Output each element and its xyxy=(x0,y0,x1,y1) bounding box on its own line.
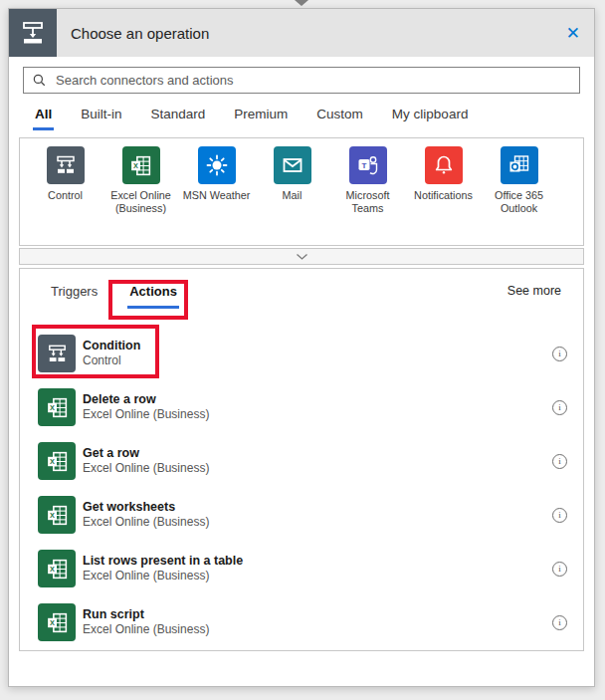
operation-subtitle: Excel Online (Business) xyxy=(83,461,209,476)
svg-text:X: X xyxy=(50,457,55,466)
operation-title: List rows present in a table xyxy=(83,554,243,569)
svg-text:T: T xyxy=(361,161,366,170)
see-more-link[interactable]: See more xyxy=(507,284,561,298)
control-connector-icon xyxy=(9,9,57,57)
connector-tile-control[interactable]: Control xyxy=(29,146,101,202)
excel-icon: X xyxy=(38,496,76,534)
connector-label: Microsoft Teams xyxy=(331,189,404,215)
operation-row-condition[interactable]: ConditionControli xyxy=(20,327,583,380)
operation-texts: Get worksheetsExcel Online (Business) xyxy=(83,500,209,530)
connector-label: Mail xyxy=(256,189,328,202)
flow-connector-arrow-icon xyxy=(295,0,308,6)
control-icon xyxy=(47,146,85,184)
connector-tile-notifications[interactable]: Notifications xyxy=(407,146,480,202)
weather-sun-icon xyxy=(198,146,236,184)
mail-envelope-icon xyxy=(274,146,311,184)
search-input[interactable] xyxy=(54,72,571,89)
connector-label: Notifications xyxy=(407,189,480,202)
tab-built-in[interactable]: Built-in xyxy=(81,107,121,130)
operation-subtitle: Excel Online (Business) xyxy=(83,515,209,530)
connector-label: Office 365 Outlook xyxy=(483,189,555,215)
category-tabs: AllBuilt-inStandardPremiumCustomMy clipb… xyxy=(35,107,594,130)
search-box[interactable] xyxy=(23,67,580,94)
excel-icon: X xyxy=(38,550,76,587)
operation-row-list-rows-present-in-a-table[interactable]: XList rows present in a tableExcel Onlin… xyxy=(20,542,583,595)
tab-standard[interactable]: Standard xyxy=(151,107,206,130)
choose-operation-dialog: Choose an operation AllBuilt-inStandardP… xyxy=(8,8,595,687)
teams-icon: T xyxy=(349,146,387,184)
tab-custom[interactable]: Custom xyxy=(316,107,363,130)
info-icon[interactable]: i xyxy=(552,562,567,577)
svg-text:X: X xyxy=(50,511,55,520)
tab-premium[interactable]: Premium xyxy=(234,107,288,130)
operation-subtitle: Excel Online (Business) xyxy=(83,407,209,422)
info-icon[interactable]: i xyxy=(552,454,567,469)
dialog-header: Choose an operation xyxy=(9,9,594,57)
results-panel: TriggersActions See more ConditionContro… xyxy=(19,268,584,651)
tab-all[interactable]: All xyxy=(35,107,52,130)
excel-icon: X xyxy=(38,603,76,641)
operation-list: ConditionControli XDelete a rowExcel Onl… xyxy=(20,327,583,649)
operation-texts: List rows present in a tableExcel Online… xyxy=(83,554,243,583)
close-icon[interactable] xyxy=(566,25,580,42)
tab-actions[interactable]: Actions xyxy=(125,284,181,309)
results-tabs: TriggersActions xyxy=(47,284,205,309)
results-header: TriggersActions See more xyxy=(20,269,583,309)
connector-label: Control xyxy=(29,189,101,202)
connector-label: MSN Weather xyxy=(180,189,253,202)
operation-texts: Get a rowExcel Online (Business) xyxy=(83,446,209,476)
connector-tile-office-365-outlook[interactable]: Office 365 Outlook xyxy=(483,146,555,215)
excel-icon: X xyxy=(38,442,76,480)
collapse-bar[interactable] xyxy=(19,248,584,265)
dialog-title: Choose an operation xyxy=(71,25,209,42)
chevron-down-icon xyxy=(296,253,308,261)
operation-row-get-worksheets[interactable]: XGet worksheetsExcel Online (Business)i xyxy=(20,488,583,542)
excel-icon: X xyxy=(38,388,76,426)
connector-tile-mail[interactable]: Mail xyxy=(256,146,328,202)
svg-text:X: X xyxy=(133,161,138,170)
info-icon[interactable]: i xyxy=(552,508,567,523)
svg-text:X: X xyxy=(50,403,55,412)
connector-tile-msn-weather[interactable]: MSN Weather xyxy=(180,146,253,202)
connector-tile-microsoft-teams[interactable]: TMicrosoft Teams xyxy=(331,146,404,215)
connector-tile-excel-online-business[interactable]: XExcel Online (Business) xyxy=(104,146,177,215)
connector-label: Excel Online (Business) xyxy=(104,189,177,215)
operation-subtitle: Excel Online (Business) xyxy=(83,622,209,637)
operation-title: Condition xyxy=(83,339,140,353)
svg-text:X: X xyxy=(50,618,55,627)
notification-bell-icon xyxy=(425,146,463,184)
operation-texts: Run scriptExcel Online (Business) xyxy=(83,607,209,637)
info-icon[interactable]: i xyxy=(552,400,567,415)
operation-title: Get worksheets xyxy=(83,500,209,515)
connector-grid: Control XExcel Online (Business) MSN Wea… xyxy=(19,137,584,246)
search-icon xyxy=(32,73,47,88)
operation-subtitle: Control xyxy=(83,353,140,368)
svg-text:X: X xyxy=(50,565,55,574)
info-icon[interactable]: i xyxy=(552,615,567,630)
control-icon xyxy=(38,335,76,372)
operation-subtitle: Excel Online (Business) xyxy=(83,569,243,583)
operation-row-get-a-row[interactable]: XGet a rowExcel Online (Business)i xyxy=(20,434,583,488)
operation-row-delete-a-row[interactable]: XDelete a rowExcel Online (Business)i xyxy=(20,380,583,434)
tab-my-clipboard[interactable]: My clipboard xyxy=(392,107,469,130)
tab-triggers[interactable]: Triggers xyxy=(47,284,101,309)
operation-texts: Delete a rowExcel Online (Business) xyxy=(83,392,209,422)
operation-title: Delete a row xyxy=(83,392,209,407)
excel-icon: X xyxy=(122,146,160,184)
info-icon[interactable]: i xyxy=(552,347,567,361)
outlook-icon xyxy=(501,146,538,184)
operation-row-run-script[interactable]: XRun scriptExcel Online (Business)i xyxy=(20,595,583,649)
operation-texts: ConditionControl xyxy=(83,339,140,368)
operation-title: Run script xyxy=(83,607,209,622)
operation-title: Get a row xyxy=(83,446,209,461)
